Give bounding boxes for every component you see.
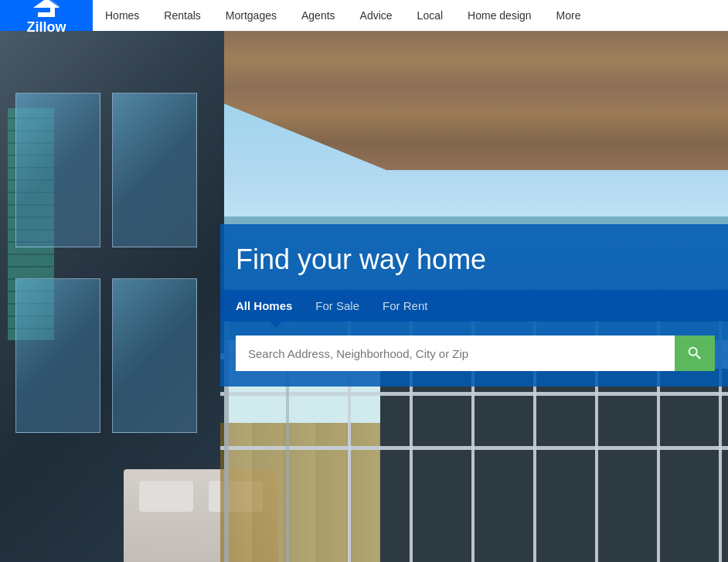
nav-item-mortgages[interactable]: Mortgages xyxy=(213,0,289,31)
nav-links: Homes Rentals Mortgages Agents Advice Lo… xyxy=(93,0,593,31)
nav-link-more[interactable]: More xyxy=(544,0,594,31)
navbar: Zillow Homes Rentals Mortgages Agents Ad… xyxy=(0,0,728,31)
nav-item-more[interactable]: More xyxy=(544,0,594,31)
nav-link-rentals[interactable]: Rentals xyxy=(151,0,213,31)
nav-link-local[interactable]: Local xyxy=(405,0,455,31)
tab-for-sale[interactable]: For Sale xyxy=(315,290,383,322)
nav-link-homes[interactable]: Homes xyxy=(93,0,151,31)
hero-headline: Find your way home xyxy=(220,224,728,290)
nav-link-agents[interactable]: Agents xyxy=(289,0,348,31)
nav-link-home-design[interactable]: Home design xyxy=(455,0,544,31)
nav-item-homes[interactable]: Homes xyxy=(93,0,151,31)
nav-link-mortgages[interactable]: Mortgages xyxy=(213,0,289,31)
tab-all-homes[interactable]: All Homes xyxy=(236,290,315,322)
search-input-row xyxy=(236,335,715,371)
search-tabs: All Homes For Sale For Rent xyxy=(220,290,728,322)
nav-item-advice[interactable]: Advice xyxy=(348,0,405,31)
nav-item-rentals[interactable]: Rentals xyxy=(151,0,213,31)
nav-item-agents[interactable]: Agents xyxy=(289,0,348,31)
zillow-icon xyxy=(33,0,60,19)
nav-item-home-design[interactable]: Home design xyxy=(455,0,544,31)
logo-text: Zillow xyxy=(27,20,66,34)
glass-panel-1 xyxy=(15,93,100,247)
svg-marker-0 xyxy=(33,0,60,17)
search-panel: Find your way home All Homes For Sale Fo… xyxy=(220,224,728,387)
search-icon xyxy=(686,345,703,362)
tab-for-rent[interactable]: For Rent xyxy=(383,290,451,322)
glass-panel-2 xyxy=(112,93,197,247)
logo[interactable]: Zillow xyxy=(0,0,93,31)
search-input[interactable] xyxy=(236,335,675,371)
search-button[interactable] xyxy=(675,335,715,371)
nav-item-local[interactable]: Local xyxy=(405,0,455,31)
nav-link-advice[interactable]: Advice xyxy=(348,0,405,31)
logo-inner: Zillow xyxy=(27,0,66,34)
